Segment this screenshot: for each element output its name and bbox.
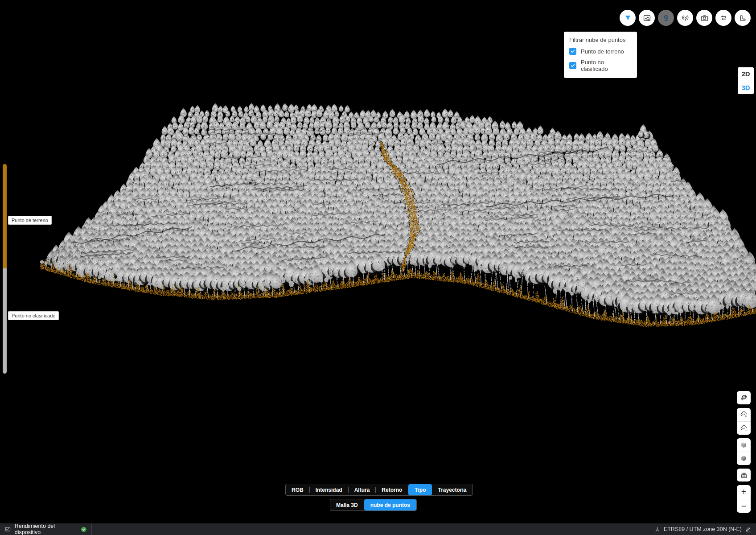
cloud-add-button[interactable] [737,408,751,421]
filter-option-unclassified[interactable]: Punto no clasificado [569,59,632,72]
main-toolbar [620,10,751,26]
axis-icon [654,526,661,533]
checkbox-terrain[interactable] [569,48,576,55]
camera-icon [700,14,709,22]
check-icon [570,63,575,68]
legend-label-unclassified: Punto no clasificado [8,311,59,320]
layer-malla-3d[interactable]: Malla 3D [330,499,364,510]
camera-button[interactable] [696,10,712,26]
grid-panel-button[interactable] [737,469,751,482]
filter-panel-title: Filtrar nube de puntos [569,37,632,43]
mode-tipo[interactable]: Tipo [408,484,432,495]
crs-section[interactable]: ETRS89 / UTM zone 30N (N-E) [654,526,756,533]
display-mode-bar: RGB Intensidad Altura Retorno Tipo Traye… [285,484,473,496]
grid-panel-icon [740,471,748,480]
filter-option-label: Punto no clasificado [581,59,632,72]
cloud-remove-icon [740,424,748,433]
cloud-remove-button[interactable] [737,421,751,435]
zoom-out-button[interactable]: − [737,499,751,513]
points-cube-button[interactable] [737,452,751,465]
mode-trayectoria[interactable]: Trayectoria [432,484,472,495]
layer-nube-de-puntos[interactable]: nube de puntos [364,499,416,510]
levels-button[interactable] [735,10,751,26]
edit-pencil-icon[interactable] [745,526,752,533]
streetview-button[interactable] [658,10,674,26]
mode-altura[interactable]: Altura [349,484,376,495]
mode-retorno[interactable]: Retorno [376,484,408,495]
rotate-3d-icon [740,393,748,402]
view-2d-button[interactable]: 2D [738,67,754,81]
layer-toggle-bar: Malla 3D nube de puntos [330,499,417,511]
antenna-icon [681,14,690,22]
view-dimension-toggle: 2D 3D [738,67,754,94]
grid-group [737,469,751,482]
filter-button[interactable] [620,10,636,26]
cube-solid-icon [740,441,748,449]
mesh-cube-button[interactable] [737,438,751,452]
histogram-button[interactable] [639,10,655,26]
classification-legend-bar [3,164,7,374]
cloud-add-icon [740,410,748,419]
legend-terrain-color [3,164,7,268]
viewer-tools-column: + − [737,391,751,513]
route-icon [719,14,728,22]
rotate-3d-button[interactable] [737,391,751,404]
check-icon [570,49,575,54]
device-performance-label: Rendimiento del dispositivo [15,523,77,535]
rotate-3d-group [737,391,751,404]
status-bar: Rendimiento del dispositivo ETRS89 / UTM… [0,523,756,535]
cube-points-icon [740,454,748,463]
device-performance-section[interactable]: Rendimiento del dispositivo [0,523,92,535]
zoom-in-button[interactable]: + [737,485,751,499]
point-cloud-viewport[interactable] [0,0,756,535]
mode-intensidad[interactable]: Intensidad [310,484,348,495]
legend-label-terrain: Punto de terreno [8,216,52,225]
view-3d-button[interactable]: 3D [738,81,754,94]
zoom-group: + − [737,485,751,513]
levels-icon [739,14,747,22]
crs-label: ETRS89 / UTM zone 30N (N-E) [664,526,742,532]
filter-icon [624,14,632,22]
streetview-camera-icon [662,14,670,22]
legend-unclassified-color [3,268,7,374]
route-button[interactable] [715,10,731,26]
antenna-button[interactable] [677,10,693,26]
point-cloud-edit-group [737,408,751,435]
check-circle-icon [81,526,87,533]
filter-option-terrain[interactable]: Punto de terreno [569,48,632,55]
filter-point-cloud-panel: Filtrar nube de puntos Punto de terreno … [564,32,637,78]
performance-chart-icon [4,526,11,533]
histogram-icon [643,14,651,22]
filter-option-label: Punto de terreno [581,48,624,55]
mode-rgb[interactable]: RGB [286,484,309,495]
render-style-group [737,438,751,465]
checkbox-unclassified[interactable] [569,62,576,69]
